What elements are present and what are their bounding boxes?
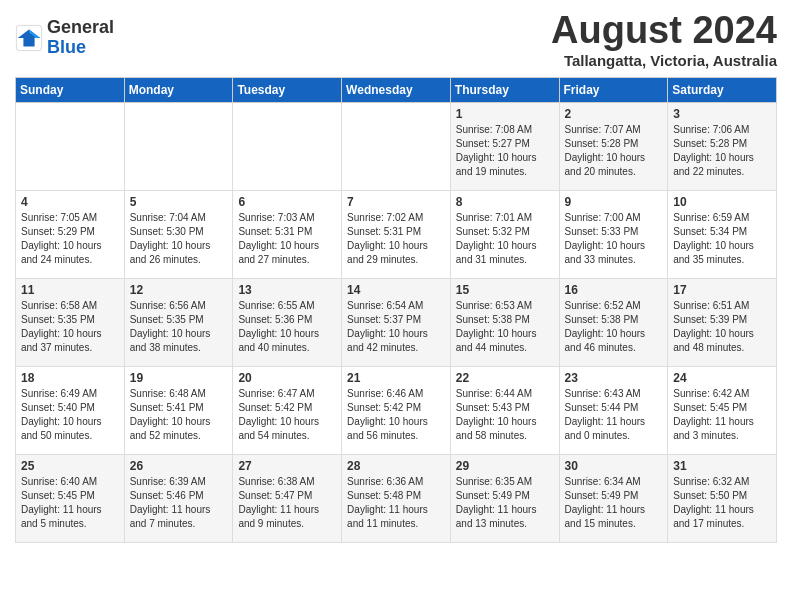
calendar-cell [124,102,233,190]
day-info: Sunrise: 6:48 AM Sunset: 5:41 PM Dayligh… [130,387,228,443]
day-number: 15 [456,283,554,297]
day-number: 22 [456,371,554,385]
day-info: Sunrise: 6:40 AM Sunset: 5:45 PM Dayligh… [21,475,119,531]
day-info: Sunrise: 6:32 AM Sunset: 5:50 PM Dayligh… [673,475,771,531]
calendar-cell [342,102,451,190]
day-number: 9 [565,195,663,209]
day-info: Sunrise: 6:55 AM Sunset: 5:36 PM Dayligh… [238,299,336,355]
calendar-cell: 11Sunrise: 6:58 AM Sunset: 5:35 PM Dayli… [16,278,125,366]
calendar-cell: 15Sunrise: 6:53 AM Sunset: 5:38 PM Dayli… [450,278,559,366]
calendar-week-row: 25Sunrise: 6:40 AM Sunset: 5:45 PM Dayli… [16,454,777,542]
day-number: 5 [130,195,228,209]
day-info: Sunrise: 7:05 AM Sunset: 5:29 PM Dayligh… [21,211,119,267]
day-info: Sunrise: 6:35 AM Sunset: 5:49 PM Dayligh… [456,475,554,531]
day-info: Sunrise: 7:01 AM Sunset: 5:32 PM Dayligh… [456,211,554,267]
calendar-cell: 26Sunrise: 6:39 AM Sunset: 5:46 PM Dayli… [124,454,233,542]
calendar-cell: 22Sunrise: 6:44 AM Sunset: 5:43 PM Dayli… [450,366,559,454]
day-info: Sunrise: 6:52 AM Sunset: 5:38 PM Dayligh… [565,299,663,355]
logo: General Blue [15,18,114,58]
day-info: Sunrise: 6:42 AM Sunset: 5:45 PM Dayligh… [673,387,771,443]
day-info: Sunrise: 7:06 AM Sunset: 5:28 PM Dayligh… [673,123,771,179]
logo-text: General Blue [47,18,114,58]
day-info: Sunrise: 6:38 AM Sunset: 5:47 PM Dayligh… [238,475,336,531]
day-number: 13 [238,283,336,297]
day-number: 20 [238,371,336,385]
day-number: 29 [456,459,554,473]
title-block: August 2024 Tallangatta, Victoria, Austr… [551,10,777,69]
calendar-cell: 20Sunrise: 6:47 AM Sunset: 5:42 PM Dayli… [233,366,342,454]
calendar-cell: 3Sunrise: 7:06 AM Sunset: 5:28 PM Daylig… [668,102,777,190]
calendar-cell: 23Sunrise: 6:43 AM Sunset: 5:44 PM Dayli… [559,366,668,454]
calendar-table: SundayMondayTuesdayWednesdayThursdayFrid… [15,77,777,543]
day-of-week-header: Wednesday [342,77,451,102]
day-number: 6 [238,195,336,209]
calendar-cell [16,102,125,190]
day-number: 21 [347,371,445,385]
day-number: 12 [130,283,228,297]
day-info: Sunrise: 7:04 AM Sunset: 5:30 PM Dayligh… [130,211,228,267]
calendar-cell: 25Sunrise: 6:40 AM Sunset: 5:45 PM Dayli… [16,454,125,542]
day-number: 16 [565,283,663,297]
day-info: Sunrise: 6:53 AM Sunset: 5:38 PM Dayligh… [456,299,554,355]
day-info: Sunrise: 7:02 AM Sunset: 5:31 PM Dayligh… [347,211,445,267]
day-number: 17 [673,283,771,297]
day-info: Sunrise: 6:54 AM Sunset: 5:37 PM Dayligh… [347,299,445,355]
day-info: Sunrise: 6:58 AM Sunset: 5:35 PM Dayligh… [21,299,119,355]
calendar-cell: 14Sunrise: 6:54 AM Sunset: 5:37 PM Dayli… [342,278,451,366]
calendar-header-row: SundayMondayTuesdayWednesdayThursdayFrid… [16,77,777,102]
day-info: Sunrise: 6:46 AM Sunset: 5:42 PM Dayligh… [347,387,445,443]
day-of-week-header: Saturday [668,77,777,102]
logo-icon [15,24,43,52]
day-info: Sunrise: 6:43 AM Sunset: 5:44 PM Dayligh… [565,387,663,443]
day-info: Sunrise: 7:08 AM Sunset: 5:27 PM Dayligh… [456,123,554,179]
day-number: 26 [130,459,228,473]
day-number: 18 [21,371,119,385]
day-info: Sunrise: 6:34 AM Sunset: 5:49 PM Dayligh… [565,475,663,531]
calendar-cell: 28Sunrise: 6:36 AM Sunset: 5:48 PM Dayli… [342,454,451,542]
day-of-week-header: Sunday [16,77,125,102]
calendar-week-row: 18Sunrise: 6:49 AM Sunset: 5:40 PM Dayli… [16,366,777,454]
calendar-cell: 8Sunrise: 7:01 AM Sunset: 5:32 PM Daylig… [450,190,559,278]
day-number: 1 [456,107,554,121]
day-of-week-header: Friday [559,77,668,102]
day-info: Sunrise: 6:47 AM Sunset: 5:42 PM Dayligh… [238,387,336,443]
day-of-week-header: Thursday [450,77,559,102]
day-number: 10 [673,195,771,209]
calendar-cell: 1Sunrise: 7:08 AM Sunset: 5:27 PM Daylig… [450,102,559,190]
logo-line1: General [47,17,114,37]
calendar-cell: 5Sunrise: 7:04 AM Sunset: 5:30 PM Daylig… [124,190,233,278]
calendar-cell: 2Sunrise: 7:07 AM Sunset: 5:28 PM Daylig… [559,102,668,190]
calendar-cell: 29Sunrise: 6:35 AM Sunset: 5:49 PM Dayli… [450,454,559,542]
day-info: Sunrise: 6:56 AM Sunset: 5:35 PM Dayligh… [130,299,228,355]
day-info: Sunrise: 6:49 AM Sunset: 5:40 PM Dayligh… [21,387,119,443]
day-info: Sunrise: 6:36 AM Sunset: 5:48 PM Dayligh… [347,475,445,531]
day-number: 19 [130,371,228,385]
day-info: Sunrise: 6:44 AM Sunset: 5:43 PM Dayligh… [456,387,554,443]
day-number: 4 [21,195,119,209]
day-number: 25 [21,459,119,473]
calendar-cell: 4Sunrise: 7:05 AM Sunset: 5:29 PM Daylig… [16,190,125,278]
calendar-week-row: 4Sunrise: 7:05 AM Sunset: 5:29 PM Daylig… [16,190,777,278]
day-info: Sunrise: 6:51 AM Sunset: 5:39 PM Dayligh… [673,299,771,355]
day-info: Sunrise: 6:59 AM Sunset: 5:34 PM Dayligh… [673,211,771,267]
calendar-cell: 24Sunrise: 6:42 AM Sunset: 5:45 PM Dayli… [668,366,777,454]
day-number: 28 [347,459,445,473]
calendar-cell: 6Sunrise: 7:03 AM Sunset: 5:31 PM Daylig… [233,190,342,278]
day-number: 27 [238,459,336,473]
day-number: 31 [673,459,771,473]
calendar-cell [233,102,342,190]
day-number: 11 [21,283,119,297]
calendar-cell: 9Sunrise: 7:00 AM Sunset: 5:33 PM Daylig… [559,190,668,278]
day-number: 2 [565,107,663,121]
day-of-week-header: Tuesday [233,77,342,102]
month-title: August 2024 [551,10,777,52]
logo-line2: Blue [47,37,86,57]
calendar-cell: 17Sunrise: 6:51 AM Sunset: 5:39 PM Dayli… [668,278,777,366]
calendar-week-row: 11Sunrise: 6:58 AM Sunset: 5:35 PM Dayli… [16,278,777,366]
calendar-cell: 18Sunrise: 6:49 AM Sunset: 5:40 PM Dayli… [16,366,125,454]
day-number: 23 [565,371,663,385]
calendar-cell: 7Sunrise: 7:02 AM Sunset: 5:31 PM Daylig… [342,190,451,278]
calendar-cell: 12Sunrise: 6:56 AM Sunset: 5:35 PM Dayli… [124,278,233,366]
day-number: 7 [347,195,445,209]
day-info: Sunrise: 6:39 AM Sunset: 5:46 PM Dayligh… [130,475,228,531]
